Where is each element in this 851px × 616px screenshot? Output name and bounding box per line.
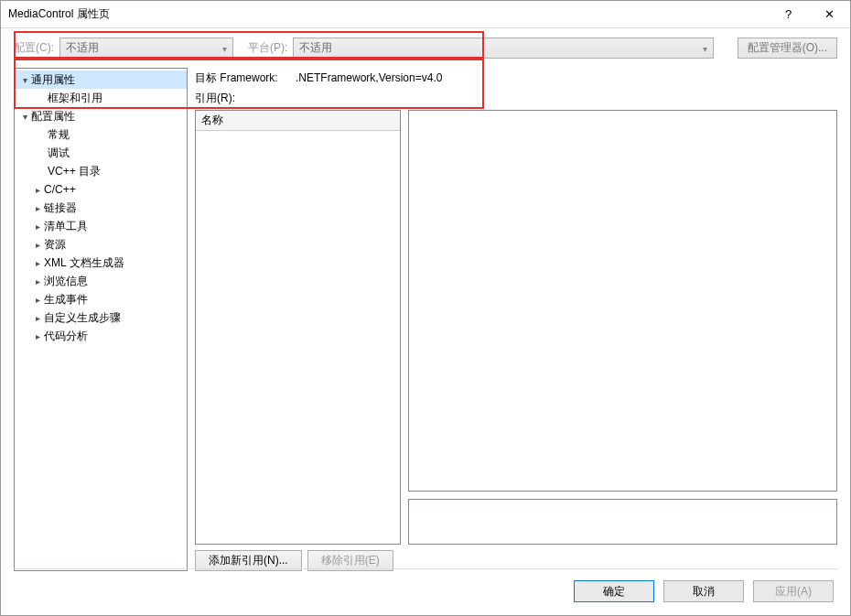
chevron-right-icon: ▸ — [31, 258, 44, 268]
tree-label: 链接器 — [44, 200, 77, 216]
tree-item[interactable]: 调试 — [15, 144, 187, 162]
detail-column — [408, 110, 837, 545]
right-pane: 目标 Framework: .NETFramework,Version=v4.0… — [195, 68, 837, 571]
tree-label: 资源 — [44, 237, 66, 253]
dialog-buttons: 确定 取消 应用(A) — [574, 580, 834, 602]
tree-label: 框架和引用 — [48, 91, 102, 106]
tree-item[interactable]: ▸代码分析 — [15, 327, 187, 345]
platform-label: 平台(P): — [248, 40, 287, 56]
platform-value: 不适用 — [299, 40, 332, 56]
tree-item[interactable]: ▸生成事件 — [15, 290, 187, 308]
tree-item[interactable]: ▸XML 文档生成器 — [15, 254, 187, 272]
tree-label: 调试 — [48, 146, 70, 161]
cancel-button[interactable]: 取消 — [663, 580, 744, 602]
target-framework-label: 目标 Framework: — [195, 70, 296, 86]
tree-item[interactable]: VC++ 目录 — [15, 162, 187, 180]
main-area: ▾ 通用属性 框架和引用 ▾ 配置属性 常规 调试 VC++ 目录 ▸C/C++… — [1, 68, 850, 571]
tree-label: 浏览信息 — [44, 274, 88, 289]
tree-label: 清单工具 — [44, 219, 88, 234]
tree-label: 通用属性 — [31, 72, 75, 88]
apply-button: 应用(A) — [753, 580, 834, 602]
tree-panel[interactable]: ▾ 通用属性 框架和引用 ▾ 配置属性 常规 调试 VC++ 目录 ▸C/C++… — [14, 68, 188, 571]
column-header-name[interactable]: 名称 — [196, 111, 400, 131]
tree-label: C/C++ — [44, 183, 76, 196]
tree-label: 自定义生成步骤 — [44, 310, 121, 326]
chevron-right-icon: ▸ — [31, 313, 44, 323]
tree-label: VC++ 目录 — [48, 164, 101, 179]
chevron-right-icon: ▸ — [31, 203, 44, 213]
ok-button[interactable]: 确定 — [574, 580, 654, 602]
config-select[interactable]: 不适用 ▾ — [59, 38, 233, 59]
tree-label: 代码分析 — [44, 329, 88, 344]
tree-item[interactable]: ▸浏览信息 — [15, 272, 187, 290]
detail-panel-top — [408, 110, 837, 492]
chevron-right-icon: ▸ — [31, 331, 44, 341]
tree-item[interactable]: 常规 — [15, 125, 187, 144]
tree-label: 常规 — [48, 127, 70, 143]
chevron-right-icon: ▸ — [31, 185, 44, 195]
chevron-down-icon: ▾ — [703, 43, 707, 53]
tree-item[interactable]: ▸C/C++ — [15, 180, 187, 199]
tree-item[interactable]: ▸清单工具 — [15, 217, 187, 235]
close-button[interactable]: ✕ — [809, 1, 850, 28]
chevron-down-icon: ▾ — [222, 43, 227, 53]
chevron-right-icon: ▸ — [31, 222, 44, 232]
titlebar: MediaControl 属性页 ? ✕ — [1, 1, 850, 28]
chevron-right-icon: ▸ — [31, 276, 44, 286]
detail-panel-bottom — [408, 499, 837, 545]
target-framework-value: .NETFramework,Version=v4.0 — [296, 71, 442, 84]
tree-item-config-props[interactable]: ▾ 配置属性 — [15, 107, 187, 125]
tree-label: 生成事件 — [44, 292, 88, 308]
tree-item-general[interactable]: ▾ 通用属性 — [15, 70, 187, 89]
separator — [14, 568, 837, 569]
window-title: MediaControl 属性页 — [8, 6, 768, 22]
tree-item[interactable]: ▸自定义生成步骤 — [15, 308, 187, 327]
help-button[interactable]: ? — [768, 1, 809, 28]
chevron-down-icon: ▾ — [18, 112, 31, 122]
tree-label: 配置属性 — [31, 109, 75, 124]
target-framework-row: 目标 Framework: .NETFramework,Version=v4.0 — [195, 68, 837, 88]
config-row: 配置(C): 不适用 ▾ 平台(P): 不适用 ▾ 配置管理器(O)... — [1, 28, 850, 68]
references-row: 引用(R): — [195, 88, 837, 108]
config-manager-button[interactable]: 配置管理器(O)... — [738, 38, 837, 59]
config-label: 配置(C): — [14, 40, 54, 56]
chevron-down-icon: ▾ — [18, 75, 31, 85]
tree-item[interactable]: ▸资源 — [15, 235, 187, 254]
panels: 名称 — [195, 110, 837, 545]
platform-select[interactable]: 不适用 ▾ — [293, 38, 714, 59]
tree-label: XML 文档生成器 — [44, 255, 124, 271]
config-value: 不适用 — [66, 40, 99, 56]
tree-item[interactable]: ▸链接器 — [15, 199, 187, 217]
chevron-right-icon: ▸ — [31, 240, 44, 250]
references-list[interactable]: 名称 — [195, 110, 401, 545]
tree-item-framework-refs[interactable]: 框架和引用 — [15, 89, 187, 107]
references-label: 引用(R): — [195, 91, 296, 106]
chevron-right-icon: ▸ — [31, 295, 44, 305]
